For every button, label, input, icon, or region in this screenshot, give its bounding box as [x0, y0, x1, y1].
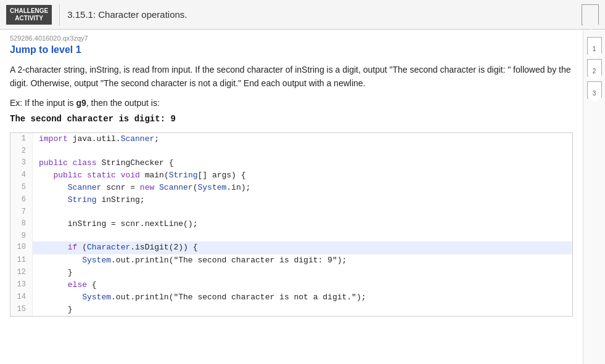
line-number: 11: [10, 254, 33, 267]
line-number: 6: [10, 194, 33, 206]
output-example: The second character is digit: 9: [10, 114, 573, 124]
line-number: 8: [10, 218, 33, 230]
line-code: System.out.println("The second character…: [33, 254, 572, 267]
main-container: 529286.4016020.qx3zqy7 Jump to level 1 A…: [0, 30, 605, 364]
level-sidebar: 1 2 3: [583, 30, 605, 364]
code-line-15: 15 }: [10, 304, 572, 316]
line-code: if (Character.isDigit(2)) {: [33, 241, 572, 254]
code-line-5: 5 Scanner scnr = new Scanner(System.in);: [10, 182, 572, 194]
header-divider: [59, 4, 60, 26]
content-area: 529286.4016020.qx3zqy7 Jump to level 1 A…: [0, 30, 583, 364]
line-code: public class StringChecker {: [33, 157, 572, 169]
line-code: Scanner scnr = new Scanner(System.in);: [33, 182, 572, 194]
line-number: 13: [10, 279, 33, 291]
code-lines-container: 1import java.util.Scanner;23public class…: [10, 133, 572, 316]
line-number: 1: [10, 133, 33, 145]
level-3-button[interactable]: 3: [587, 81, 602, 99]
code-line-9: 9: [10, 230, 572, 242]
code-line-1: 1import java.util.Scanner;: [10, 133, 572, 145]
code-line-4: 4 public static void main(String[] args)…: [10, 169, 572, 182]
line-code: String inString;: [33, 194, 572, 206]
line-code: else {: [33, 279, 572, 291]
challenge-badge: CHALLENGE ACTIVITY: [6, 5, 52, 25]
line-code: [33, 206, 572, 218]
line-code: public static void main(String[] args) {: [33, 169, 572, 182]
code-line-6: 6 String inString;: [10, 194, 572, 206]
line-code: [33, 230, 572, 242]
line-code: inString = scnr.nextLine();: [33, 218, 572, 230]
line-number: 14: [10, 291, 33, 304]
code-line-3: 3public class StringChecker {: [10, 157, 572, 169]
line-code: }: [33, 304, 572, 316]
description-para1: A 2-character string, inString, is read …: [10, 65, 571, 88]
jump-to-level[interactable]: Jump to level 1: [10, 44, 573, 55]
meta-id: 529286.4016020.qx3zqy7: [10, 34, 573, 42]
line-code: System.out.println("The second character…: [33, 291, 572, 304]
line-code: [33, 145, 572, 157]
description-text: A 2-character string, inString, is read …: [10, 63, 573, 91]
example-intro: Ex: If the input is g9, then the output …: [10, 98, 573, 108]
header: CHALLENGE ACTIVITY 3.15.1: Character ope…: [0, 0, 605, 30]
bookmark-icon[interactable]: [582, 4, 599, 25]
code-editor[interactable]: 1import java.util.Scanner;23public class…: [10, 132, 573, 317]
code-line-13: 13 else {: [10, 279, 572, 291]
line-number: 10: [10, 241, 33, 254]
code-line-8: 8 inString = scnr.nextLine();: [10, 218, 572, 230]
line-code: import java.util.Scanner;: [33, 133, 572, 145]
line-number: 12: [10, 267, 33, 279]
line-number: 2: [10, 145, 33, 157]
header-title: 3.15.1: Character operations.: [67, 9, 582, 20]
level-2-button[interactable]: 2: [587, 59, 602, 76]
line-number: 5: [10, 182, 33, 194]
code-line-11: 11 System.out.println("The second charac…: [10, 254, 572, 267]
code-line-10: 10 if (Character.isDigit(2)) {: [10, 241, 572, 254]
example-input: g9: [76, 98, 86, 108]
line-number: 3: [10, 157, 33, 169]
code-line-2: 2: [10, 145, 572, 157]
line-number: 7: [10, 206, 33, 218]
code-line-12: 12 }: [10, 267, 572, 279]
line-code: }: [33, 267, 572, 279]
line-number: 4: [10, 169, 33, 182]
line-number: 15: [10, 304, 33, 316]
line-number: 9: [10, 230, 33, 242]
code-line-7: 7: [10, 206, 572, 218]
code-line-14: 14 System.out.println("The second charac…: [10, 291, 572, 304]
level-1-button[interactable]: 1: [587, 37, 602, 54]
